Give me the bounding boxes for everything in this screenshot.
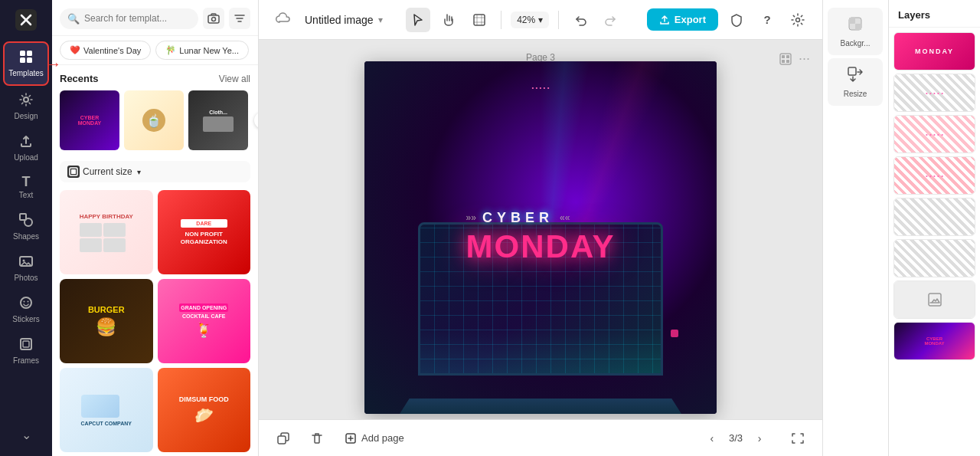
nav-item-templates[interactable]: Templates → <box>3 41 49 86</box>
select-tool-button[interactable] <box>406 8 430 32</box>
frame-tool-button[interactable] <box>467 8 492 32</box>
add-page-label: Add page <box>361 432 404 444</box>
cloud-save-button[interactable] <box>271 8 296 32</box>
cyber-line1-text: CYBER <box>482 210 554 226</box>
next-page-button[interactable]: › <box>749 428 770 449</box>
prev-page-button[interactable]: ‹ <box>701 428 723 449</box>
templates-panel: 🔍 ❤️ Valentine's Day 🎋 Lunar New Ye... <box>52 0 259 456</box>
nav-more[interactable]: ⌄ <box>3 422 49 448</box>
template-card-capcut[interactable]: CAPCUT COMPANY <box>60 368 153 452</box>
fullscreen-button[interactable] <box>786 426 810 451</box>
app-logo[interactable] <box>14 8 38 32</box>
template-card-birthday[interactable]: HAPPY BIRTHDAY <box>60 190 153 274</box>
background-tool-button[interactable]: Backgr... <box>828 8 883 55</box>
svg-rect-4 <box>27 51 32 56</box>
undo-button[interactable] <box>568 8 593 32</box>
svg-rect-31 <box>278 436 286 444</box>
lunar-icon: 🎋 <box>165 45 176 55</box>
svg-rect-5 <box>20 57 25 63</box>
canvas-title-area: Untitled image ▾ <box>305 14 383 26</box>
search-icon: 🔍 <box>67 13 80 25</box>
resize-tool-button[interactable]: Resize <box>828 58 883 106</box>
layer-item[interactable]: • • • • • <box>893 74 975 112</box>
nav-label-shapes: Shapes <box>13 232 39 241</box>
svg-rect-23 <box>71 169 76 174</box>
filter-button[interactable] <box>229 8 250 29</box>
settings-button[interactable] <box>786 8 810 32</box>
svg-rect-27 <box>782 55 785 58</box>
layer-item[interactable] <box>893 280 975 319</box>
page-count: 3/3 <box>729 432 743 444</box>
redo-button[interactable] <box>599 8 623 32</box>
export-button[interactable]: Export <box>647 8 718 31</box>
title-chevron-icon[interactable]: ▾ <box>378 15 383 25</box>
panel-tags: ❤️ Valentine's Day 🎋 Lunar New Ye... <box>52 36 258 65</box>
canvas-body: Page 3 ··· <box>259 40 822 419</box>
page-more-icon[interactable]: ··· <box>799 51 810 67</box>
canvas-header: Untitled image ▾ 42% <box>259 0 822 40</box>
recent-thumb-cyber[interactable]: CYBERMONDAY <box>60 90 119 150</box>
template-card-burger[interactable]: BURGER 🍔 <box>60 279 153 363</box>
tag-valentines-label: Valentine's Day <box>83 46 141 55</box>
nav-item-stickers[interactable]: Stickers <box>3 289 49 330</box>
nav-item-text[interactable]: T Text <box>3 169 49 206</box>
view-all-link[interactable]: View all <box>219 74 250 84</box>
size-filter-button[interactable]: Current size ▾ <box>60 161 250 182</box>
layer-item[interactable]: • • • • • <box>893 115 975 153</box>
nav-item-frames[interactable]: Frames <box>3 330 49 372</box>
thumbnail-icon[interactable] <box>779 52 792 66</box>
recents-title: Recents <box>60 73 99 84</box>
svg-rect-15 <box>21 339 31 349</box>
template-card-cocktail[interactable]: GRAND OPENING COCKTAIL CAFE 🍹 <box>158 279 251 363</box>
tag-valentines[interactable]: ❤️ Valentine's Day <box>60 41 151 60</box>
design-icon <box>18 92 34 110</box>
hand-tool-button[interactable] <box>436 8 461 32</box>
nav-item-shapes[interactable]: Shapes <box>3 206 49 248</box>
tag-lunar[interactable]: 🎋 Lunar New Ye... <box>155 41 249 60</box>
background-tool-icon <box>847 15 864 36</box>
delete-page-button[interactable] <box>305 426 329 451</box>
divider-2 <box>558 11 559 29</box>
left-navigation: Templates → Design Upload T Text <box>0 0 52 456</box>
nav-item-design[interactable]: Design <box>3 86 49 127</box>
canvas-area: Untitled image ▾ 42% <box>259 0 822 456</box>
shield-button[interactable] <box>724 8 749 32</box>
resize-tool-label: Resize <box>844 90 867 98</box>
templates-grid: HAPPY BIRTHDAY DARE NON PROFITORGANI <box>60 190 250 452</box>
help-button[interactable]: ? <box>755 8 779 32</box>
photos-icon <box>18 254 34 271</box>
canvas-title: Untitled image <box>305 14 374 26</box>
template-card-dimsum[interactable]: DIMSUM FOOD 🥟 <box>158 368 251 452</box>
copy-page-button[interactable] <box>271 426 296 451</box>
add-page-button[interactable]: Add page <box>338 429 410 448</box>
zoom-control[interactable]: 42% ▾ <box>511 11 549 28</box>
more-icon: ⌄ <box>21 428 31 442</box>
recents-next-button[interactable]: › <box>254 112 258 129</box>
nav-item-photos[interactable]: Photos <box>3 248 49 289</box>
layer-item[interactable] <box>893 198 975 236</box>
layer-item[interactable]: CYBER MONDAY <box>893 322 975 360</box>
camera-search-button[interactable] <box>203 8 224 29</box>
svg-rect-28 <box>786 55 789 58</box>
svg-rect-36 <box>848 67 856 75</box>
size-filter-icon <box>67 166 80 178</box>
dot-decoration: • • • • • <box>532 84 550 91</box>
recents-grid: CYBERMONDAY 🍵 Cloth... › <box>60 90 250 150</box>
stickers-icon <box>18 295 34 313</box>
search-input[interactable] <box>84 13 191 24</box>
shapes-icon <box>18 212 34 230</box>
nav-item-upload[interactable]: Upload <box>3 127 49 169</box>
recent-thumb-food[interactable]: 🍵 <box>124 90 184 150</box>
divider-1 <box>501 11 501 29</box>
layer-item[interactable]: MONDAY <box>893 32 975 71</box>
svg-rect-17 <box>208 15 219 23</box>
search-box[interactable]: 🔍 <box>60 8 198 29</box>
layers-list: MONDAY • • • • • • • • • • • • • • • <box>889 28 980 456</box>
layer-item[interactable]: • • • • • <box>893 156 975 195</box>
svg-rect-24 <box>474 15 485 25</box>
layer-item[interactable] <box>893 239 975 277</box>
canvas-card[interactable]: »» CYBER «« MONDAY • • • • • <box>364 61 717 414</box>
recent-thumb-fashion[interactable]: Cloth... <box>188 90 248 150</box>
valentines-icon: ❤️ <box>70 45 80 55</box>
template-card-nonprofit[interactable]: DARE NON PROFITORGANIZATION <box>158 190 251 274</box>
